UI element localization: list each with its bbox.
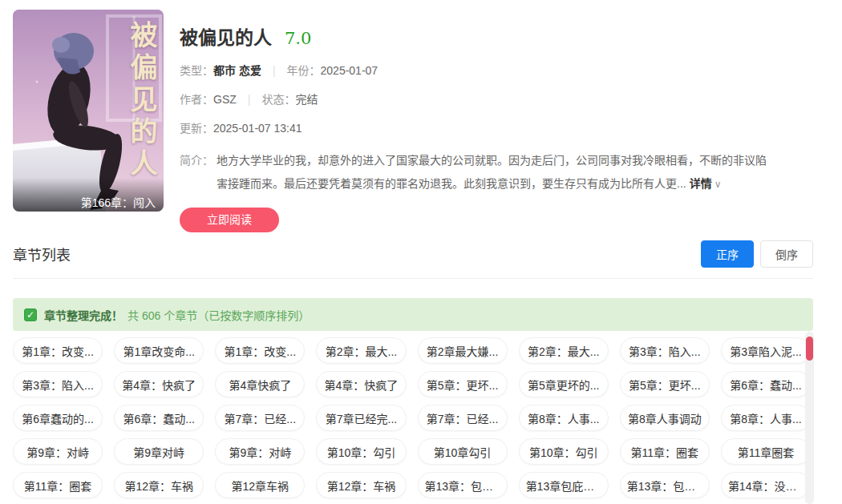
- update-value: 2025-01-07 13:41: [213, 122, 302, 135]
- chapter-link[interactable]: 第9章：对峙: [13, 438, 103, 465]
- cover-latest-chapter: 第166章：闯入: [13, 178, 164, 212]
- year-value: 2025-01-07: [321, 64, 378, 77]
- chapter-link[interactable]: 第3章：陷入...: [13, 371, 103, 397]
- chapter-link[interactable]: 第10章勾引: [418, 438, 508, 465]
- chapter-link[interactable]: 第5章：更坏...: [418, 371, 508, 397]
- chapter-link[interactable]: 第5章：更坏...: [620, 371, 710, 397]
- chapter-link[interactable]: 第2章最大嫌...: [418, 337, 508, 364]
- chapter-link[interactable]: 第8章人事调动: [620, 405, 710, 431]
- intro-text: 地方大学毕业的我，却意外的进入了国家最大的公司就职。因为走后门，公司同事对我冷眼…: [217, 149, 771, 196]
- type-label: 类型：: [180, 64, 213, 77]
- intro-row: 简介： 地方大学毕业的我，却意外的进入了国家最大的公司就职。因为走后门，公司同事…: [180, 149, 813, 196]
- year-label: 年份：: [287, 64, 321, 77]
- status-value: 完结: [295, 93, 318, 106]
- chapter-link[interactable]: 第12章车祸: [215, 472, 305, 498]
- chapter-link[interactable]: 第12章：车祸: [114, 472, 204, 498]
- chapter-link[interactable]: 第14章：没有...: [721, 472, 811, 498]
- chapter-link[interactable]: 第8章：人事...: [519, 405, 609, 431]
- author-value[interactable]: GSZ: [213, 93, 237, 106]
- author-label: 作者：: [180, 93, 213, 106]
- chapter-grid: 第1章：改变... 第1章改变命... 第1章：改变... 第2章：最大... …: [13, 337, 811, 498]
- meta-row-update: 更新：2025-01-07 13:41: [180, 120, 813, 136]
- chapter-link[interactable]: 第12章：车祸: [316, 472, 406, 498]
- book-detail-page: 被偏见的人 第166章：闯入 被偏见的人 7.0 类型：都市 恋爱|年份：202…: [0, 0, 842, 504]
- chapter-link[interactable]: 第6章：蠢动...: [114, 405, 204, 431]
- chapter-link[interactable]: 第1章改变命...: [114, 337, 204, 364]
- chapter-link[interactable]: 第2章：最大...: [519, 337, 609, 364]
- chapter-link[interactable]: 第1章：改变...: [13, 337, 103, 364]
- chapter-link[interactable]: 第13章：包庇...: [418, 472, 508, 498]
- chapter-scrollbar-thumb[interactable]: [806, 337, 813, 361]
- chapter-link[interactable]: 第7章：已经...: [215, 405, 305, 431]
- chapter-link[interactable]: 第13章：包庇...: [620, 472, 710, 498]
- notice-title: 章节整理完成！: [44, 307, 123, 323]
- read-now-button[interactable]: 立即阅读: [180, 208, 279, 232]
- chapter-link[interactable]: 第1章：改变...: [215, 337, 305, 364]
- check-icon: ✓: [24, 308, 37, 321]
- meta-row-author-status: 作者：GSZ|状态：完结: [180, 91, 813, 107]
- chevron-down-icon[interactable]: ∨: [714, 179, 722, 190]
- chapter-section-title: 章节列表: [13, 244, 71, 264]
- book-detail-section: 被偏见的人 第166章：闯入 被偏见的人 7.0 类型：都市 恋爱|年份：202…: [13, 10, 813, 232]
- chapter-link[interactable]: 第2章：最大...: [316, 337, 406, 364]
- cover-vertical-title: 被偏见的人: [128, 21, 156, 201]
- chapter-link[interactable]: 第10章：勾引: [316, 438, 406, 465]
- chapter-link[interactable]: 第5章更坏的...: [519, 371, 609, 397]
- meta-separator: |: [248, 93, 251, 106]
- intro-more-link[interactable]: 详情: [690, 177, 712, 190]
- chapter-link[interactable]: 第7章已经完...: [316, 405, 406, 431]
- chapter-link[interactable]: 第13章包庇的...: [519, 472, 609, 498]
- book-rating: 7.0: [285, 29, 311, 48]
- update-label: 更新：: [180, 122, 213, 135]
- chapter-list-header: 章节列表 正序 倒序: [13, 240, 813, 268]
- sort-descending-button[interactable]: 倒序: [760, 240, 813, 268]
- book-info: 被偏见的人 7.0 类型：都市 恋爱|年份：2025-01-07 作者：GSZ|…: [164, 10, 813, 232]
- sort-buttons: 正序 倒序: [701, 240, 813, 268]
- chapter-link[interactable]: 第10章：勾引: [519, 438, 609, 465]
- chapter-link[interactable]: 第4章：快疯了: [316, 371, 406, 397]
- chapter-link[interactable]: 第7章：已经...: [418, 405, 508, 431]
- chapter-link[interactable]: 第6章：蠢动...: [721, 371, 811, 397]
- meta-separator: |: [273, 64, 276, 77]
- chapter-link[interactable]: 第6章蠢动的...: [13, 405, 103, 431]
- book-cover[interactable]: 被偏见的人 第166章：闯入: [13, 10, 164, 212]
- meta-row-type-year: 类型：都市 恋爱|年份：2025-01-07: [180, 62, 813, 79]
- chapter-link[interactable]: 第9章：对峙: [215, 438, 305, 465]
- chapter-link[interactable]: 第8章：人事...: [721, 405, 811, 431]
- chapter-link[interactable]: 第3章：陷入...: [620, 337, 710, 364]
- chapter-link[interactable]: 第4章快疯了: [215, 371, 305, 397]
- sort-ascending-button[interactable]: 正序: [701, 240, 754, 268]
- book-title: 被偏见的人: [180, 22, 272, 50]
- chapter-link[interactable]: 第11章圈套: [721, 438, 811, 465]
- chapter-link[interactable]: 第11章：圈套: [13, 472, 103, 498]
- chapter-notice-bar: ✓ 章节整理完成！ 共 606 个章节（已按数字顺序排列）: [13, 298, 813, 331]
- chapter-link[interactable]: 第11章：圈套: [620, 438, 710, 465]
- chapter-link[interactable]: 第4章：快疯了: [114, 371, 204, 397]
- chapter-link[interactable]: 第9章对峙: [114, 438, 204, 465]
- notice-detail: 共 606 个章节（已按数字顺序排列）: [128, 307, 310, 323]
- type-value[interactable]: 都市 恋爱: [213, 64, 261, 77]
- chapter-link[interactable]: 第3章陷入泥...: [721, 337, 811, 364]
- intro-label: 简介：: [180, 149, 217, 196]
- section-divider: [13, 278, 813, 279]
- status-label: 状态：: [261, 93, 295, 106]
